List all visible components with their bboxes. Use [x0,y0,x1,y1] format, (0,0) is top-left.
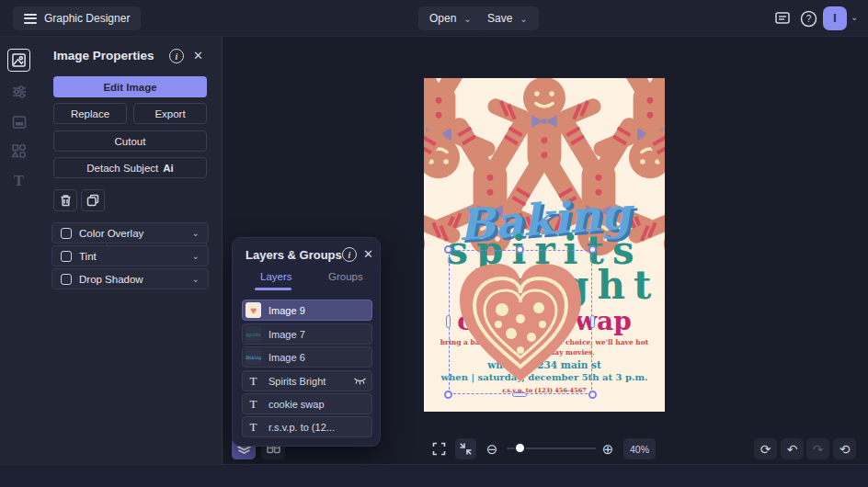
layer-row-image-6[interactable]: Baking Image 6 [242,346,372,368]
tab-groups[interactable]: Groups [328,271,363,282]
layer-row-spirits-bright[interactable]: T Spirits Bright [242,370,372,391]
active-tab-underline [255,288,291,290]
replace-button[interactable]: Replace [53,103,127,124]
open-button[interactable]: Open ⌄ [418,6,483,30]
selection-bounding-box[interactable] [449,250,592,394]
selection-handle-bottom-center[interactable] [512,392,527,397]
image-icon [12,53,26,67]
drop-shadow-label: Drop Shadow [79,274,143,285]
chevron-down-icon: ⌄ [192,274,200,284]
zoom-level-value[interactable]: 40% [623,438,656,459]
delete-button[interactable] [53,189,77,211]
fit-to-screen-button[interactable] [455,438,476,459]
tint-checkbox[interactable] [61,251,72,262]
layer-label: Image 6 [268,352,305,363]
color-overlay-checkbox[interactable] [61,228,72,239]
selection-handle-top-left[interactable] [444,245,452,254]
panel-close-button[interactable]: ✕ [193,49,203,62]
detach-subject-button[interactable]: Detach Subject Ai [53,157,207,178]
color-overlay-row[interactable]: Color Overlay ⌄ [51,222,209,244]
layer-label: Spirits Bright [268,376,326,387]
layer-thumbnail-spirits: spirits [246,326,261,342]
redo-icon: ↷ [813,442,824,457]
drop-shadow-row[interactable]: Drop Shadow ⌄ [51,268,209,289]
text-layer-icon: T [246,374,261,389]
export-button[interactable]: Export [133,103,207,124]
top-bar: Graphic Designer Open ⌄ Save ⌄ ? I ⌄ [0,0,868,37]
layer-row-cookie-swap[interactable]: T cookie swap [242,393,372,414]
cutout-button[interactable]: Cutout [53,130,207,152]
feedback-button[interactable] [771,6,794,30]
tool-image[interactable] [7,49,30,72]
replace-label: Replace [71,108,109,119]
tool-shapes[interactable] [7,140,30,163]
edit-image-label: Edit Image [103,82,156,93]
frame-icon [12,115,27,130]
avatar[interactable]: I [823,6,847,30]
chevron-down-icon: ⌄ [463,14,471,24]
account-chevron-icon[interactable]: ⌄ [851,12,858,22]
layer-row-image-7[interactable]: spirits Image 7 [242,323,372,345]
cutout-label: Cutout [115,136,146,147]
history-button[interactable]: ⟲ [833,438,856,459]
hidden-eye-icon[interactable] [353,377,367,385]
app-title: Graphic Designer [44,12,130,25]
tool-frame[interactable] [7,110,30,133]
layers-close-button[interactable]: ✕ [363,247,373,261]
layers-panel-title: Layers & Groups [246,248,342,262]
info-icon: i [169,49,184,63]
message-icon [774,10,791,27]
open-label: Open [429,12,456,25]
selection-handle-bottom-left[interactable] [444,391,452,399]
tint-row[interactable]: Tint ⌄ [51,245,209,266]
layer-label: cookie swap [268,399,325,410]
image-properties-panel: Image Properties i ✕ Edit Image Replace … [38,37,223,464]
expand-icon [432,442,446,456]
layer-label: Image 7 [268,329,305,340]
plus-circle-icon: ⊕ [602,441,614,458]
drop-shadow-checkbox[interactable] [61,274,72,285]
zoom-slider[interactable] [507,447,596,449]
layers-info-button[interactable]: i [342,247,357,262]
ai-badge: Ai [163,163,174,174]
fit-screen-icon [459,442,473,456]
sliders-icon [12,85,27,99]
refresh-button[interactable]: ⟳ [754,438,777,459]
layer-row-image-9[interactable]: ♥ Image 9 [242,300,372,321]
layer-row-rsvp[interactable]: T r.s.v.p. to (12... [242,416,372,437]
text-layer-icon: T [246,420,261,435]
app-menu[interactable]: Graphic Designer [13,6,141,30]
zoom-slider-knob[interactable] [514,442,526,454]
info-icon: i [342,247,357,262]
selection-handle-top-right[interactable] [588,245,597,254]
chevron-down-icon: ⌄ [192,228,200,238]
fullscreen-button[interactable] [428,438,450,459]
redo-button[interactable]: ↷ [806,438,829,459]
help-icon: ? [800,10,817,28]
refresh-icon: ⟳ [760,442,771,457]
tab-layers[interactable]: Layers [260,271,292,282]
selection-handle-right-center[interactable] [590,315,595,328]
layer-label: r.s.v.p. to (12... [268,422,335,433]
history-icon: ⟲ [839,442,851,457]
left-toolbar: T [0,37,38,464]
tool-adjustments[interactable] [7,80,30,103]
zoom-out-button[interactable]: ⊖ [483,438,501,459]
duplicate-icon [86,194,99,207]
selection-handle-top-center[interactable] [516,245,524,254]
selection-handle-bottom-right[interactable] [588,391,597,399]
detach-subject-label: Detach Subject [86,163,158,174]
panel-info-button[interactable]: i [169,49,184,63]
duplicate-button[interactable] [81,189,105,211]
text-layer-icon: T [246,397,261,412]
edit-image-button[interactable]: Edit Image [53,76,207,97]
panel-title: Image Properties [53,49,154,62]
zoom-in-button[interactable]: ⊕ [599,438,617,459]
save-button[interactable]: Save ⌄ [476,6,539,30]
save-label: Save [487,12,512,25]
help-button[interactable]: ? [796,6,820,30]
undo-button[interactable]: ↶ [781,438,804,459]
avatar-initial: I [833,12,836,25]
selection-handle-left-center[interactable] [446,315,451,328]
tool-text[interactable]: T [7,169,30,192]
